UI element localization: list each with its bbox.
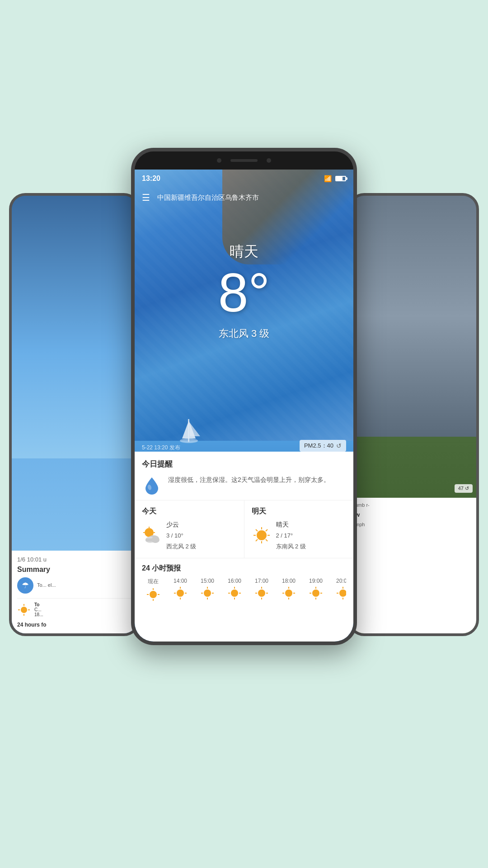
phone-left-detail2: 18... — [34, 612, 43, 617]
weather-main: 晴天 8° 东北风 3 级 — [135, 206, 353, 340]
pr-low: w — [355, 511, 472, 518]
phone-right: 📶 47 ↺ umb r- w mph — [348, 193, 479, 636]
weather-wind: 东北风 3 级 — [135, 327, 353, 340]
hour-item-14: 14:00 — [169, 578, 192, 604]
refresh-icon[interactable]: ↺ — [336, 442, 342, 449]
svg-marker-7 — [190, 423, 200, 436]
phones-container: ☰ 1/6 10:01 u Summary ☂ To... el... — [0, 148, 488, 826]
hour-sun-16 — [227, 586, 242, 600]
svg-line-26 — [266, 529, 267, 531]
hour-item-20: 20:00 — [332, 578, 346, 604]
phone-left-divider — [17, 598, 132, 599]
phone-left-today-details: To C... 18... — [34, 602, 43, 617]
hour-item-now: 现在 — [142, 578, 164, 604]
forecast-tomorrow-label: 明天 — [252, 507, 347, 516]
hour-time-20: 20:00 — [332, 578, 346, 584]
svg-line-27 — [256, 539, 258, 541]
wifi-icon: 📶 — [324, 175, 332, 182]
phone-left-icon-row: ☂ To... el... — [17, 577, 132, 594]
forecast-24h-title: 24 小时预报 — [142, 564, 346, 573]
forecast-tomorrow-condition: 晴天 — [276, 519, 306, 530]
hour-sun-14 — [173, 586, 188, 600]
status-time: 13:20 — [142, 175, 160, 183]
hour-sun-20 — [336, 586, 346, 600]
phone-notch — [135, 151, 353, 170]
hour-item-16: 16:00 — [223, 578, 246, 604]
svg-point-58 — [312, 590, 319, 597]
hour-sun-17 — [254, 586, 269, 600]
forecast-today-wind: 西北风 2 级 — [166, 541, 196, 552]
forecast-tomorrow-wind: 东南风 2 级 — [276, 541, 306, 552]
hour-time-16: 16:00 — [223, 578, 246, 584]
pr-row1: umb r- — [355, 502, 472, 508]
svg-point-53 — [285, 590, 292, 597]
menu-icon[interactable]: ☰ — [142, 192, 150, 203]
hour-sun-18 — [282, 586, 296, 600]
hour-time-now: 现在 — [142, 578, 164, 585]
hour-time-18: 18:00 — [277, 578, 300, 584]
phone-left-bottom: 1/6 10:01 u Summary ☂ To... el... — [12, 551, 137, 633]
svg-point-28 — [150, 591, 157, 598]
hour-time-19: 19:00 — [305, 578, 327, 584]
hour-time-17: 17:00 — [250, 578, 273, 584]
phone-camera2 — [267, 158, 271, 163]
forecast-today-weather-row: 少云 3 / 10° 西北风 2 级 — [142, 519, 237, 552]
pr-label1: umb r- — [355, 502, 472, 508]
forecast-section: 今天 — [135, 500, 353, 558]
phone-center: 13:20 📶 ☰ 中国新疆维吾尔自治区乌鲁木齐市 晴天 8° 东北风 3 级 — [131, 148, 357, 645]
hour-item-18: 18:00 — [277, 578, 300, 604]
published-info: 5-22 13:20 发布 — [142, 444, 180, 452]
svg-point-48 — [258, 590, 265, 597]
phone-left: ☰ 1/6 10:01 u Summary ☂ To... el... — [9, 193, 140, 636]
forecast-today: 今天 — [135, 500, 244, 558]
sun-icon-tomorrow — [252, 525, 272, 545]
forecast-tomorrow-temp: 2 / 17° — [276, 530, 306, 541]
forecast-today-label: 今天 — [142, 507, 237, 516]
phone-left-24h: 24 hours fo — [17, 622, 132, 628]
phone-center-screen: 13:20 📶 ☰ 中国新疆维吾尔自治区乌鲁木齐市 晴天 8° 东北风 3 级 — [135, 170, 353, 642]
water-drop-icon — [142, 475, 162, 495]
svg-point-33 — [177, 590, 184, 597]
phone-camera — [217, 158, 221, 163]
umbrella-icon: ☂ — [17, 577, 33, 594]
phone-left-detail1: C... — [34, 607, 43, 612]
forecast-hours-row: 现在 14:00 — [142, 578, 346, 604]
hour-item-19: 19:00 — [305, 578, 327, 604]
forecast-today-condition: 少云 — [166, 519, 196, 530]
pr-row3: mph — [355, 522, 472, 527]
reminder-text: 湿度很低，注意保湿。这2天气温会明显上升，别穿太多。 — [168, 475, 330, 485]
battery-fill — [336, 177, 343, 180]
phone-left-today-row: To C... 18... — [17, 602, 132, 617]
hour-sun-15 — [200, 586, 215, 600]
svg-line-24 — [256, 529, 258, 531]
phone-left-tip: To... el... — [37, 582, 56, 589]
forecast-today-temp: 3 / 10° — [166, 530, 196, 541]
forecast-tomorrow: 明天 — [244, 500, 354, 558]
svg-point-38 — [204, 590, 211, 597]
pr-unit: mph — [355, 522, 472, 527]
phone-speaker — [230, 159, 258, 162]
location-text: 中国新疆维吾尔自治区乌鲁木齐市 — [157, 193, 259, 202]
svg-point-8 — [180, 439, 198, 443]
hour-sun-now — [146, 587, 160, 602]
status-icons: 📶 — [324, 175, 346, 182]
pm25-badge: PM2.5：40 ↺ — [300, 440, 346, 452]
hour-sun-19 — [309, 586, 323, 600]
hour-item-15: 15:00 — [196, 578, 219, 604]
phone-right-bottom: 47 ↺ umb r- w mph — [351, 498, 476, 633]
forecast-24h: 24 小时预报 现在 — [135, 558, 353, 604]
svg-point-19 — [257, 530, 267, 540]
forecast-today-details: 少云 3 / 10° 西北风 2 级 — [166, 519, 196, 552]
svg-point-63 — [339, 590, 346, 597]
phone-left-today: To — [34, 602, 43, 607]
app-header: ☰ 中国新疆维吾尔自治区乌鲁木齐市 — [135, 188, 353, 208]
pm-badge-right: 47 ↺ — [455, 484, 473, 493]
forecast-tomorrow-weather-row: 晴天 2 / 17° 东南风 2 级 — [252, 519, 347, 552]
phone-left-summary: Summary — [17, 566, 132, 574]
weather-temp: 8° — [135, 265, 353, 320]
hour-time-15: 15:00 — [196, 578, 219, 584]
forecast-tomorrow-details: 晴天 2 / 17° 东南风 2 级 — [276, 519, 306, 552]
weather-condition: 晴天 — [135, 242, 353, 262]
svg-line-25 — [266, 539, 267, 541]
bottom-panel: 今日提醒 湿度很低，注意保湿。这2天气温会明显上升，别穿太多。 今天 — [135, 452, 353, 642]
